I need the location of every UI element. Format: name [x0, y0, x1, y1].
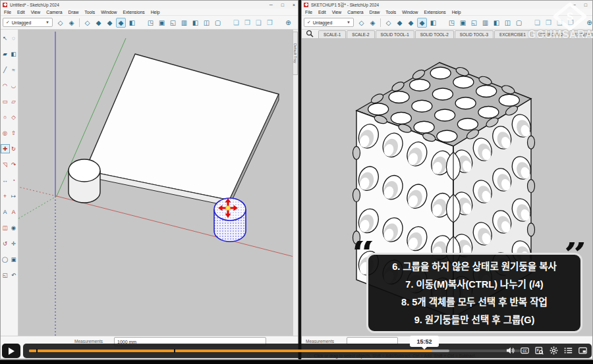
follow-me-tool-icon[interactable]: ↷: [10, 161, 18, 169]
subtract-icon[interactable]: ❑: [254, 18, 264, 28]
pip-icon[interactable]: [579, 346, 587, 355]
zoom-extents-tool-icon[interactable]: ◱: [1, 271, 9, 279]
menu-item-tools[interactable]: Tools: [385, 10, 396, 14]
union-icon[interactable]: ❐: [242, 18, 252, 28]
tab-solid-tool-3[interactable]: SOLID TOOL-3: [455, 30, 494, 38]
paint-bucket-tool-icon[interactable]: ◧: [10, 50, 18, 58]
rotate-tool-icon[interactable]: ↻: [10, 145, 18, 153]
menu-item-draw[interactable]: Draw: [68, 10, 78, 14]
close-button[interactable]: ×: [293, 3, 295, 7]
orbit-toolbar-icon[interactable]: ⊕: [283, 18, 293, 28]
freehand-tool-icon[interactable]: ≈: [10, 66, 18, 74]
previous-view-tool-icon[interactable]: ↶: [10, 271, 18, 279]
protractor-tool-icon[interactable]: ◔: [10, 176, 18, 184]
outer-shell-icon[interactable]: ❏: [231, 18, 241, 28]
minimize-button[interactable]: ─: [269, 3, 273, 7]
orbit-tool-icon[interactable]: ↺: [1, 240, 9, 247]
right-view-icon[interactable]: ▥: [179, 18, 189, 28]
front-view-icon[interactable]: ◱: [168, 18, 178, 28]
top-view-icon[interactable]: ▣: [157, 18, 167, 28]
tab-scale-2[interactable]: SCALE-2: [347, 30, 374, 38]
eraser-tool-icon[interactable]: ▰: [1, 50, 9, 58]
menu-item-window[interactable]: Window: [402, 10, 418, 14]
left-view-icon[interactable]: ◫: [503, 18, 513, 28]
zoom-window-tool-icon[interactable]: ▣: [10, 255, 18, 263]
volume-icon[interactable]: [506, 346, 515, 355]
seek-bar[interactable]: [29, 350, 521, 352]
captions-icon[interactable]: CC: [521, 346, 529, 355]
hidden-line-style-icon[interactable]: ◆: [395, 18, 405, 28]
back-edges-style-icon[interactable]: ◈: [67, 18, 76, 28]
polygon-tool-icon[interactable]: ◇: [10, 113, 18, 121]
menu-item-camera[interactable]: Camera: [347, 10, 363, 14]
tag-dropdown[interactable]: ✓ Untagged ▼: [3, 18, 53, 27]
tab-scale-1[interactable]: SCALE-1: [318, 30, 346, 38]
wireframe-style-icon[interactable]: ◇: [82, 18, 92, 28]
monochrome-style-icon[interactable]: ◧: [428, 18, 438, 28]
left-view-icon[interactable]: ◫: [202, 18, 212, 28]
shaded-style-icon[interactable]: ◆: [406, 18, 416, 28]
play-button[interactable]: [2, 344, 20, 358]
menu-item-file[interactable]: File: [4, 10, 11, 14]
menu-item-extensions[interactable]: Extensions: [424, 10, 445, 14]
menu-item-camera[interactable]: Camera: [46, 10, 62, 14]
menu-item-window[interactable]: Window: [101, 10, 117, 14]
shaded-with-textures-style-icon[interactable]: ◆: [116, 18, 126, 28]
tab-solid-tool-2[interactable]: SOLID TOOL-2: [415, 30, 454, 38]
menu-item-view[interactable]: View: [31, 10, 41, 14]
shaded-style-icon[interactable]: ◆: [105, 18, 115, 28]
text-tool-icon[interactable]: A: [1, 208, 9, 216]
rectangle-tool-icon[interactable]: ▭: [1, 97, 9, 105]
circle-tool-icon[interactable]: ○: [1, 113, 9, 121]
trim-icon[interactable]: ❒: [265, 18, 275, 28]
bottom-view-icon[interactable]: ▢: [213, 18, 223, 28]
menu-item-draw[interactable]: Draw: [369, 10, 380, 14]
settings-icon[interactable]: [550, 346, 558, 355]
zoom-toolbar-icon[interactable]: ◔: [295, 18, 298, 28]
menu-item-view[interactable]: View: [332, 10, 342, 14]
titlebar-left[interactable]: Untitled* - SketchUp 2024 ─ □ ×: [1, 1, 298, 9]
chapter-list-icon[interactable]: [564, 346, 573, 355]
union-icon[interactable]: ❐: [544, 18, 553, 28]
tag-dropdown[interactable]: ✓ Untagged ▼: [304, 18, 354, 27]
menu-item-help[interactable]: Help: [452, 10, 461, 14]
menu-item-edit[interactable]: Edit: [318, 10, 326, 14]
xray-style-icon[interactable]: ◇: [55, 18, 65, 28]
titlebar-right[interactable]: SKETCHUP1 5강* - SketchUp 2024 ─ □ ×: [302, 1, 592, 9]
scale-tool-icon[interactable]: ◹: [1, 161, 9, 169]
right-view-icon[interactable]: ▥: [480, 18, 490, 28]
shaded-with-textures-style-icon[interactable]: ◆: [417, 18, 427, 28]
wireframe-style-icon[interactable]: ◇: [383, 18, 393, 28]
menu-item-extensions[interactable]: Extensions: [123, 10, 144, 14]
menu-item-edit[interactable]: Edit: [17, 10, 25, 14]
top-view-icon[interactable]: ▣: [458, 18, 468, 28]
iso-view-icon[interactable]: ◳: [146, 18, 155, 28]
menu-item-file[interactable]: File: [305, 10, 312, 14]
default-tray-tab[interactable]: Default Tray: [293, 32, 298, 75]
back-view-icon[interactable]: ◧: [190, 18, 200, 28]
axes-tool-icon[interactable]: +: [1, 192, 9, 200]
two-point-arc-tool-icon[interactable]: ◡: [10, 82, 18, 90]
back-view-icon[interactable]: ◧: [492, 18, 501, 28]
transcript-search-icon[interactable]: F: [535, 346, 544, 355]
front-view-icon[interactable]: ◱: [469, 18, 479, 28]
zoom-tool-icon[interactable]: ◯: [1, 255, 9, 263]
search-scenes-icon[interactable]: [306, 30, 314, 38]
push-pull-tool-icon[interactable]: ⇧: [10, 129, 18, 137]
bottom-view-icon[interactable]: ▢: [514, 18, 524, 28]
xray-style-icon[interactable]: ◇: [356, 18, 366, 28]
select-tool-icon[interactable]: ↖: [1, 34, 9, 42]
menu-item-help[interactable]: Help: [151, 10, 160, 14]
back-edges-style-icon[interactable]: ◈: [368, 18, 378, 28]
move-tool-icon[interactable]: ✚: [1, 145, 9, 153]
maximize-button[interactable]: □: [281, 3, 284, 7]
tab-solid-tool-1[interactable]: SOLID TOOL-1: [376, 30, 414, 38]
look-around-tool-icon[interactable]: ◉: [10, 224, 18, 232]
iso-view-icon[interactable]: ◳: [447, 18, 457, 28]
tape-measure-tool-icon[interactable]: ↔: [1, 176, 9, 184]
dimension-tool-icon[interactable]: ↦: [10, 192, 18, 200]
hidden-line-style-icon[interactable]: ◆: [94, 18, 103, 28]
menu-item-tools[interactable]: Tools: [84, 10, 95, 14]
lasso-tool-icon[interactable]: ◌: [10, 34, 18, 42]
rotated-rectangle-tool-icon[interactable]: ▱: [10, 97, 18, 105]
